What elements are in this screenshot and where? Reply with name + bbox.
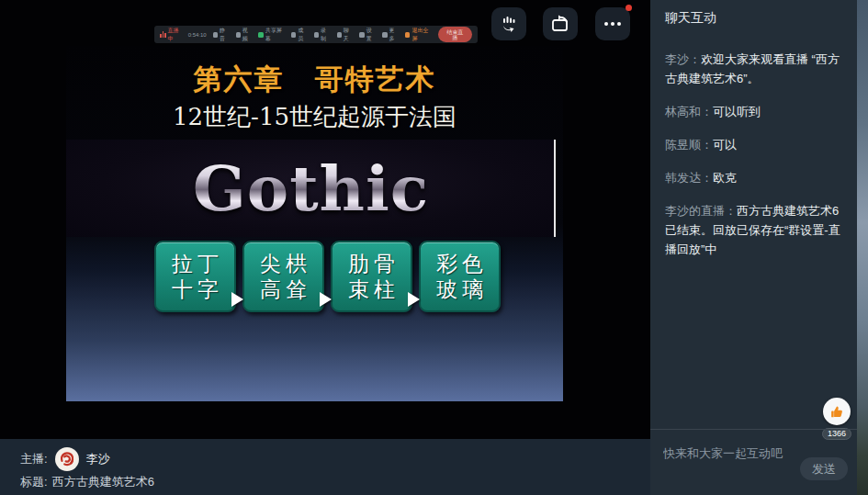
arrow-right-icon xyxy=(320,292,332,307)
feature-boxes-row: 拉丁 十字 尖栱 高耸 肋骨 束柱 彩色 玻璃 xyxy=(154,241,502,312)
host-name: 李沙 xyxy=(86,451,110,467)
audio-waveform-icon xyxy=(499,14,519,34)
send-button[interactable]: 发送 xyxy=(800,457,848,480)
feature-box-rib-vault: 肋骨 束柱 xyxy=(331,241,412,312)
gothic-banner-image: Gothic xyxy=(66,140,556,237)
gothic-word: Gothic xyxy=(193,157,430,219)
arrow-right-icon xyxy=(408,292,420,307)
meeting-share-toolbar: 直播中 0:54:10 静音 视频 共享屏幕 成员 录制 聊天 设置 xyxy=(154,26,478,43)
toolbar-item-members[interactable]: 成员 xyxy=(291,27,308,43)
chat-panel-title: 聊天互动 xyxy=(650,0,857,27)
live-signal-icon xyxy=(160,31,166,38)
host-avatar xyxy=(55,447,79,471)
stream-title-value: 西方古典建筑艺术6 xyxy=(52,474,154,490)
toolbar-item-chat[interactable]: 聊天 xyxy=(337,27,354,43)
slide-subtitle: 12世纪-15世纪起源于法国 xyxy=(66,101,563,133)
feature-box-stained-glass: 彩色 玻璃 xyxy=(419,241,501,312)
chat-message: 陈昱顺：可以 xyxy=(665,135,844,154)
members-icon xyxy=(291,32,296,38)
toolbar-item-more[interactable]: 更多 xyxy=(382,27,399,43)
toolbar-item-share[interactable]: 共享屏幕 xyxy=(258,27,285,43)
chat-sender: 李沙： xyxy=(665,52,701,66)
chat-panel: 聊天互动 李沙：欢迎大家来观看直播 “西方古典建筑艺术6”。 林高和：可以听到 … xyxy=(650,0,857,495)
chat-message: 李沙：欢迎大家来观看直播 “西方古典建筑艺术6”。 xyxy=(665,50,844,88)
arrow-right-icon xyxy=(231,292,243,307)
chat-text: 可以听到 xyxy=(713,105,761,118)
feature-box-latin-cross: 拉丁 十字 xyxy=(154,241,236,312)
chat-text: 可以 xyxy=(713,138,737,152)
chat-system-message: 李沙的直播：西方古典建筑艺术6 已结束。回放已保存在“群设置-直播回放”中 xyxy=(665,201,844,259)
record-icon xyxy=(314,32,319,38)
toolbar-item-video[interactable]: 视频 xyxy=(236,27,253,43)
text-cursor-line xyxy=(554,140,556,237)
chat-text: 欧克 xyxy=(713,171,737,185)
more-icon xyxy=(382,32,387,38)
toolbar-exit-fullscreen[interactable]: 退出全屏 xyxy=(405,27,432,43)
live-video-area: 直播中 0:54:10 静音 视频 共享屏幕 成员 录制 聊天 设置 xyxy=(0,0,650,439)
chat-sender: 韩发达： xyxy=(665,171,713,185)
voice-mode-button[interactable] xyxy=(491,7,526,40)
rotate-screen-button[interactable] xyxy=(543,7,578,40)
chat-message: 韩发达：欧克 xyxy=(665,168,844,187)
chat-message-list: 李沙：欢迎大家来观看直播 “西方古典建筑艺术6”。 林高和：可以听到 陈昱顺：可… xyxy=(650,50,857,259)
chat-sender: 李沙的直播： xyxy=(665,204,737,218)
camera-icon xyxy=(236,32,241,38)
host-label: 主播: xyxy=(20,451,48,467)
presentation-slide: 第六章 哥特艺术 12世纪-15世纪起源于法国 Gothic 拉丁 十字 尖栱 … xyxy=(66,46,563,401)
background-window-strip xyxy=(857,0,868,495)
chat-input[interactable] xyxy=(663,446,801,460)
seal-stamp-icon xyxy=(57,449,77,469)
thumbs-up-icon xyxy=(829,404,845,420)
live-timer: 0:54:10 xyxy=(188,32,207,38)
end-live-button[interactable]: 结束直播 xyxy=(438,27,472,42)
live-status: 直播中 xyxy=(160,27,182,43)
chat-message: 林高和：可以听到 xyxy=(665,102,844,121)
ellipsis-icon xyxy=(604,22,621,26)
live-status-label: 直播中 xyxy=(168,27,182,43)
host-info-bar: 主播: 李沙 标题: 西方古典建筑艺术6 xyxy=(0,439,650,495)
rotate-screen-icon xyxy=(549,14,571,34)
notification-dot xyxy=(626,5,632,11)
slide-chapter-title: 第六章 哥特艺术 xyxy=(66,61,563,99)
chat-sender: 林高和： xyxy=(665,105,713,118)
more-options-button[interactable] xyxy=(595,7,630,40)
chat-sender: 陈昱顺： xyxy=(665,138,713,152)
toolbar-item-record[interactable]: 录制 xyxy=(314,27,331,43)
stream-title-label: 标题: xyxy=(20,474,48,490)
toolbar-item-mute[interactable]: 静音 xyxy=(213,27,230,43)
screen-share-icon xyxy=(258,32,263,38)
like-button[interactable]: 1366 xyxy=(820,398,853,440)
toolbar-item-settings[interactable]: 设置 xyxy=(359,27,376,43)
chat-icon xyxy=(337,32,342,38)
exit-fullscreen-icon xyxy=(405,32,410,38)
settings-icon xyxy=(359,32,364,38)
feature-box-pointed-arch: 尖栱 高耸 xyxy=(242,241,324,312)
mic-icon xyxy=(213,32,218,38)
chat-input-divider xyxy=(650,429,857,430)
